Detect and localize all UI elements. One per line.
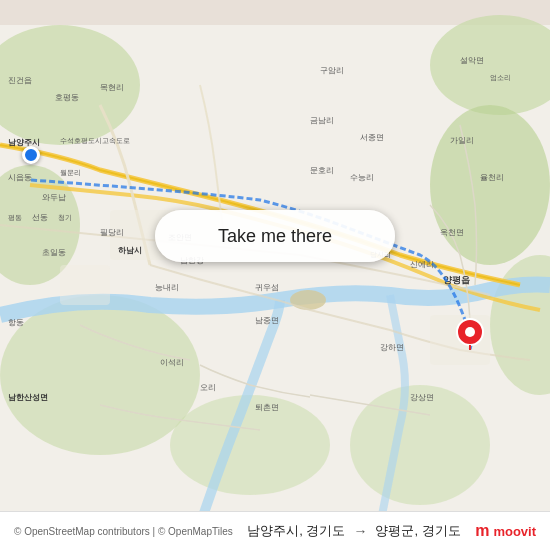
svg-point-6 (350, 385, 490, 505)
svg-text:가일리: 가일리 (450, 136, 474, 145)
svg-text:엄소리: 엄소리 (490, 74, 511, 82)
svg-text:귀우섬: 귀우섬 (255, 283, 279, 292)
take-me-there-button[interactable]: Take me there (155, 210, 395, 262)
svg-text:강하면: 강하면 (380, 343, 404, 352)
svg-text:강상면: 강상면 (410, 393, 434, 402)
svg-text:남중면: 남중면 (255, 316, 279, 325)
svg-text:남한산성면: 남한산성면 (8, 393, 48, 402)
svg-text:신에리: 신에리 (410, 260, 434, 269)
svg-rect-11 (60, 265, 110, 305)
svg-text:수석호평도시고속도로: 수석호평도시고속도로 (60, 137, 130, 145)
svg-text:필당리: 필당리 (100, 228, 124, 237)
svg-text:옥천면: 옥천면 (440, 228, 464, 237)
svg-point-5 (170, 395, 330, 495)
svg-text:진건읍: 진건읍 (8, 76, 32, 85)
svg-text:초일동: 초일동 (42, 248, 66, 257)
svg-text:오리: 오리 (200, 383, 216, 392)
svg-point-4 (0, 295, 200, 455)
destination-label: 양평군, 경기도 (375, 522, 460, 540)
svg-text:목현리: 목현리 (100, 83, 124, 92)
origin-label: 남양주시, 경기도 (247, 522, 345, 540)
svg-text:능내리: 능내리 (155, 283, 179, 292)
map-background: 진건읍 호평동 목현리 구암리 설악면 엄소리 남양주시 수석호평도시고속도로 … (0, 0, 550, 550)
origin-marker (22, 146, 40, 164)
svg-point-9 (290, 290, 326, 310)
svg-text:문호리: 문호리 (310, 166, 334, 175)
svg-point-53 (465, 327, 475, 337)
destination-marker (456, 318, 484, 346)
moovit-brand: moovit (493, 524, 536, 539)
svg-text:남양주시: 남양주시 (8, 138, 40, 147)
svg-text:이석리: 이석리 (160, 358, 184, 367)
svg-text:금남리: 금남리 (310, 116, 334, 125)
map-container: 진건읍 호평동 목현리 구암리 설악면 엄소리 남양주시 수석호평도시고속도로 … (0, 0, 550, 550)
bottom-bar-copyright: © OpenStreetMap contributors | © OpenMap… (14, 526, 233, 537)
svg-text:서종면: 서종면 (360, 133, 384, 142)
moovit-logo: m moovit (475, 522, 536, 540)
svg-text:평동: 평동 (8, 214, 22, 221)
svg-text:와두납: 와두납 (42, 193, 66, 202)
svg-text:하남시: 하남시 (118, 246, 142, 255)
bottom-bar: © OpenStreetMap contributors | © OpenMap… (0, 511, 550, 550)
svg-text:월문리: 월문리 (60, 169, 81, 176)
copyright-text: © OpenStreetMap contributors | © OpenMap… (14, 526, 233, 537)
route-info: 남양주시, 경기도 → 양평군, 경기도 (247, 522, 460, 540)
svg-text:선동: 선동 (32, 213, 48, 222)
svg-text:퇴촌면: 퇴촌면 (255, 403, 279, 412)
svg-text:구암리: 구암리 (320, 66, 344, 75)
svg-text:율천리: 율천리 (480, 173, 504, 182)
moovit-icon: m (475, 522, 489, 540)
svg-text:청기: 청기 (58, 214, 72, 221)
arrow-icon: → (353, 523, 367, 539)
svg-text:호평동: 호평동 (55, 93, 79, 102)
svg-point-3 (430, 105, 550, 265)
svg-text:시읍동: 시읍동 (8, 173, 32, 182)
svg-text:항동: 항동 (8, 318, 24, 327)
svg-text:설악면: 설악면 (460, 56, 484, 65)
svg-text:수능리: 수능리 (350, 173, 374, 182)
